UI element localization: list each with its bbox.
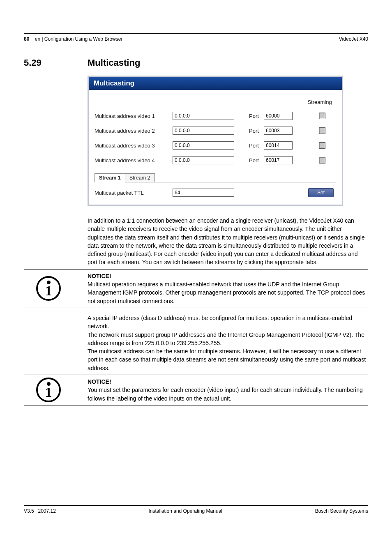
ttl-label: Multicast packet TTL [95,190,173,196]
multicast-label-4: Multicast address video 4 [95,157,173,164]
info-icon: 1 [36,378,61,402]
notice-body: You must set the parameters for each enc… [88,386,368,403]
tab-stream-2[interactable]: Stream 2 [125,173,155,182]
info-icon: 1 [36,276,61,301]
multicast-port-input-2[interactable] [264,127,293,135]
set-button[interactable]: Set [308,188,334,197]
breadcrumb: en | Configuration Using a Web Browser [31,36,123,42]
port-label: Port [249,143,264,149]
intro-paragraph: In addition to a 1:1 connection between … [88,216,368,267]
paragraph-2a: A special IP address (class D address) m… [88,314,368,331]
notice-heading: NOTICE! [88,378,368,386]
panel-title: Multicasting [89,77,342,90]
paragraph-2c: The multicast address can be the same fo… [88,347,368,372]
page-footer: V3.5 | 2007.12 Installation and Operatin… [24,508,368,514]
notice-block-2: 1 NOTICE! You must set the parameters fo… [24,375,368,405]
multicast-port-input-1[interactable] [264,112,293,120]
port-label: Port [249,157,264,164]
streaming-checkbox-3[interactable] [319,142,325,149]
footer-version: V3.5 | 2007.12 [24,508,56,514]
product-name: VideoJet X40 [339,36,368,42]
streaming-checkbox-4[interactable] [319,157,325,164]
footer-company: Bosch Security Systems [315,508,368,514]
multicast-row-2: Multicast address video 2 Port [95,123,336,138]
port-label: Port [249,128,264,134]
multicasting-panel: Multicasting Streaming Multicast address… [88,76,343,206]
multicast-label-2: Multicast address video 2 [95,128,173,134]
port-label: Port [249,113,264,119]
notice-block-1: 1 NOTICE! Multicast operation requires a… [24,269,368,308]
ttl-input[interactable] [173,189,234,197]
multicast-address-input-1[interactable] [173,112,234,120]
streaming-checkbox-1[interactable] [319,113,325,119]
streaming-column-header: Streaming [306,99,334,105]
multicast-label-1: Multicast address video 1 [95,113,173,119]
streaming-checkbox-2[interactable] [319,127,325,134]
multicast-port-input-4[interactable] [264,156,293,164]
multicast-port-input-3[interactable] [264,141,293,150]
multicast-label-3: Multicast address video 3 [95,143,173,149]
section-title: Multicasting [88,58,140,68]
section-number: 5.29 [24,58,88,68]
tab-stream-1[interactable]: Stream 1 [95,173,125,182]
multicast-row-1: Multicast address video 1 Port [95,108,336,123]
page-header: 80 en | Configuration Using a Web Browse… [24,36,368,42]
multicast-address-input-2[interactable] [173,127,234,135]
multicast-address-input-4[interactable] [173,156,234,164]
notice-heading: NOTICE! [88,272,368,280]
paragraph-2b: The network must support group IP addres… [88,331,368,348]
multicast-row-3: Multicast address video 3 Port [95,138,336,153]
multicast-row-4: Multicast address video 4 Port [95,153,336,168]
multicast-address-input-3[interactable] [173,141,234,150]
footer-title: Installation and Operating Manual [149,508,222,514]
page-number: 80 [24,36,29,42]
notice-body: Multicast operation requires a multicast… [88,280,368,305]
